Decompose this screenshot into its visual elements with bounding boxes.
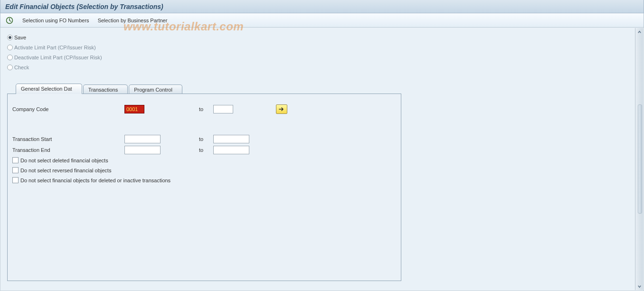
transaction-end-to-input[interactable]: [213, 146, 249, 154]
radio-save-label: Save: [14, 35, 26, 40]
check-row-deleted[interactable]: Do not select deleted financial objects: [10, 155, 398, 165]
company-code-to-input[interactable]: [213, 105, 233, 113]
to-label: to: [199, 147, 213, 153]
company-code-multi-select-button[interactable]: [276, 104, 287, 114]
to-label: to: [199, 136, 213, 142]
row-company-code: Company Code to: [10, 103, 398, 114]
radio-check-label: Check: [14, 65, 29, 70]
arrow-right-icon: [279, 107, 284, 112]
check-row-reversed[interactable]: Do not select reversed financial objects: [10, 165, 398, 175]
vertical-scrollbar[interactable]: [635, 28, 643, 290]
chevron-up-icon: [637, 30, 642, 34]
scroll-down-arrow[interactable]: [636, 282, 643, 290]
transaction-end-from-input[interactable]: [124, 146, 161, 154]
radio-save[interactable]: Save: [7, 32, 637, 42]
page-title: Edit Financial Objects (Selection by Tra…: [5, 3, 639, 10]
tab-general-selection[interactable]: General Selection Dat: [16, 84, 82, 94]
selection-business-partner-link[interactable]: Selection by Business Partner: [98, 18, 168, 23]
row-transaction-start: Transaction Start to: [10, 133, 398, 144]
tab-program-control[interactable]: Program Control: [129, 84, 182, 94]
action-radio-group: Save Activate Limit Part (CP/Issuer Risk…: [7, 32, 637, 72]
clock-run-icon: [6, 17, 13, 24]
radio-icon: [7, 65, 13, 70]
tab-transactions[interactable]: Transactions: [83, 84, 128, 94]
radio-icon: [7, 55, 13, 60]
spacer: [10, 114, 398, 133]
tab-body-general: Company Code to Transaction Start to: [7, 94, 401, 281]
radio-deactivate-label: Deactivate Limit Part (CP/Issuer Risk): [14, 55, 102, 60]
page-title-bar: Edit Financial Objects (Selection by Tra…: [0, 0, 644, 13]
selection-fo-numbers-link[interactable]: Selection using FO Numbers: [22, 18, 89, 23]
tab-strip: General Selection Dat Transactions Progr…: [7, 84, 401, 94]
company-code-from-input[interactable]: [124, 105, 144, 113]
transaction-start-to-input[interactable]: [213, 135, 249, 143]
transaction-start-label: Transaction Start: [10, 136, 124, 142]
check-row-inactive-trans[interactable]: Do not select financial objects for dele…: [10, 175, 398, 185]
to-label: to: [199, 106, 213, 112]
app-toolbar: Selection using FO Numbers Selection by …: [0, 13, 644, 28]
check-reversed-label: Do not select reversed financial objects: [20, 168, 111, 173]
transaction-start-from-input[interactable]: [124, 135, 161, 143]
radio-activate-limit[interactable]: Activate Limit Part (CP/Issuer Risk): [7, 42, 637, 52]
chevron-down-icon: [637, 284, 642, 289]
radio-icon: [7, 35, 13, 40]
check-deleted-label: Do not select deleted financial objects: [20, 158, 108, 163]
radio-deactivate-limit[interactable]: Deactivate Limit Part (CP/Issuer Risk): [7, 52, 637, 62]
content-area: Save Activate Limit Part (CP/Issuer Risk…: [0, 28, 644, 291]
scroll-thumb[interactable]: [638, 104, 642, 214]
radio-activate-label: Activate Limit Part (CP/Issuer Risk): [14, 45, 96, 50]
checkbox-icon: [12, 167, 19, 173]
radio-check[interactable]: Check: [7, 62, 637, 72]
check-inactive-label: Do not select financial objects for dele…: [20, 178, 170, 183]
row-transaction-end: Transaction End to: [10, 144, 398, 155]
radio-icon: [7, 45, 13, 50]
scroll-up-arrow[interactable]: [636, 28, 643, 36]
tabs-container: General Selection Dat Transactions Progr…: [7, 84, 401, 282]
checkbox-icon: [12, 177, 19, 183]
checkbox-icon: [12, 157, 19, 163]
company-code-label: Company Code: [10, 106, 124, 112]
transaction-end-label: Transaction End: [10, 147, 124, 153]
execute-icon-button[interactable]: [5, 16, 14, 25]
